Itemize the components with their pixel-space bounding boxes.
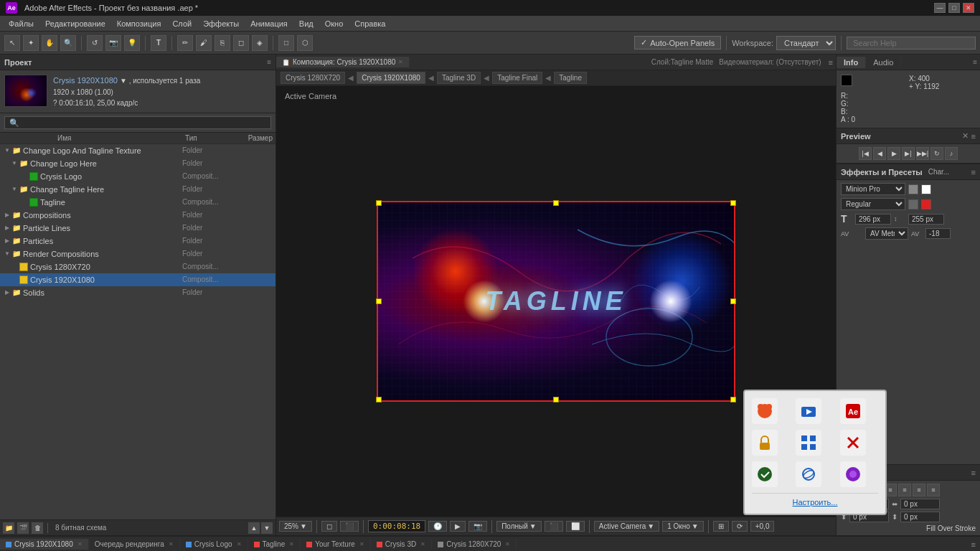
scroll-down[interactable]: ▼ <box>261 522 273 534</box>
snapshot-btn[interactable]: 📷 <box>468 521 487 532</box>
popup-icon-6[interactable] <box>840 430 866 456</box>
search-help-input[interactable] <box>847 37 976 50</box>
tab-close[interactable]: ✕ <box>77 541 83 547</box>
rbt-crysis-3d[interactable]: Crysis 3D ✕ <box>371 539 432 550</box>
render-panel-menu[interactable]: ≡ <box>967 540 980 549</box>
color-picker[interactable] <box>921 184 931 194</box>
rbt-crysis-1920[interactable]: Crysis 1920X1080 ✕ <box>0 539 89 550</box>
toolbar-puppet[interactable]: ⬡ <box>297 35 313 51</box>
popup-icon-1[interactable] <box>752 398 778 424</box>
minimize-button[interactable]: — <box>934 3 946 13</box>
preview-first[interactable]: |◀ <box>859 147 872 160</box>
zoom-select[interactable]: 25% ▼ <box>279 521 312 532</box>
toolbar-rotate[interactable]: ↺ <box>87 35 103 51</box>
menu-layer[interactable]: Слой <box>166 18 197 29</box>
kerning-input[interactable] <box>925 228 951 239</box>
rbt-render-queue[interactable]: Очередь рендеринга ✕ <box>89 539 180 550</box>
tree-item-change-tagline-here[interactable]: ▼ 📁 Change Tagline Here Folder <box>0 183 275 196</box>
stroke-color[interactable] <box>921 199 931 209</box>
bread-crysis-1280[interactable]: Crysis 1280X720 <box>281 72 345 84</box>
preview-last[interactable]: ▶▶| <box>916 147 929 160</box>
rbt-crysis-1280[interactable]: Crysis 1280X720 ✕ <box>432 539 517 550</box>
preview-close[interactable]: ✕ <box>962 131 969 141</box>
handle-tl[interactable] <box>376 200 382 206</box>
preview-audio[interactable]: ♪ <box>945 147 958 160</box>
tab-close[interactable]: ✕ <box>359 541 364 547</box>
rbt-crysis-logo[interactable]: Crysis Logo ✕ <box>180 539 248 550</box>
tree-item-render-compositions[interactable]: ▼ 📁 Render Compositions Folder <box>0 248 275 260</box>
popup-icon-8[interactable] <box>796 461 821 487</box>
rbt-your-texture[interactable]: Your Texture ✕ <box>301 539 371 550</box>
popup-icon-4[interactable] <box>752 430 778 456</box>
handle-bm[interactable] <box>553 397 559 402</box>
resolution-icon[interactable]: ⬛ <box>545 521 563 532</box>
audio-tab[interactable]: Audio <box>866 57 901 68</box>
font-select[interactable]: Minion Pro <box>841 183 905 195</box>
toolbar-clone[interactable]: ⎘ <box>215 35 230 51</box>
preview-menu[interactable]: ≡ <box>971 132 976 141</box>
tree-item-solids[interactable]: ▶ 📁 Solids Folder <box>0 286 275 299</box>
tree-item-compositions[interactable]: ▶ 📁 Compositions Folder <box>0 209 275 222</box>
toolbar-shape[interactable]: □ <box>278 35 294 51</box>
char-tab[interactable]: Char... <box>928 168 949 176</box>
preview-play[interactable]: ▶ <box>887 147 900 160</box>
toolbar-text[interactable]: T <box>151 35 166 51</box>
tree-item-particles[interactable]: ▶ 📁 Particles Folder <box>0 235 275 248</box>
customize-btn[interactable]: Настроить... <box>752 493 878 507</box>
transparency-icon[interactable]: ⬜ <box>566 521 585 532</box>
toolbar-light[interactable]: 💡 <box>124 35 140 51</box>
menu-effects[interactable]: Эффекты <box>197 18 245 29</box>
preview-next[interactable]: ▶| <box>902 147 915 160</box>
new-comp-btn[interactable]: 🎬 <box>17 522 29 534</box>
tab-close[interactable]: ✕ <box>505 541 510 547</box>
popup-icon-3[interactable]: Ae <box>840 398 866 424</box>
toolbar-select[interactable]: ↖ <box>4 35 20 51</box>
project-panel-menu[interactable]: ≡ <box>267 58 271 66</box>
popup-icon-9[interactable] <box>840 461 866 487</box>
preview-loop[interactable]: ↻ <box>930 147 943 160</box>
paragraph-menu[interactable]: ≡ <box>971 468 976 477</box>
popup-icon-5[interactable] <box>796 430 821 456</box>
layout-btn[interactable]: ⊞ <box>713 521 729 532</box>
view-select[interactable]: 1 Окно ▼ <box>662 521 703 532</box>
tab-close[interactable]: ✕ <box>289 541 294 547</box>
auto-open-panels-button[interactable]: ✓ Auto-Open Panels <box>634 36 721 50</box>
toolbar-pen2[interactable]: ✏ <box>177 35 193 51</box>
fit-btn[interactable]: ◻ <box>321 521 337 532</box>
toolbar-eraser[interactable]: ◻ <box>233 35 249 51</box>
toolbar-hand[interactable]: ✋ <box>42 35 57 51</box>
handle-bl[interactable] <box>376 397 382 402</box>
tree-item-change-logo-here[interactable]: ▼ 📁 Change Logo Here Folder <box>0 157 275 170</box>
tree-item-tagline[interactable]: Tagline Composit... <box>0 196 275 209</box>
tree-item-particle-lines[interactable]: ▶ 📁 Particle Lines Folder <box>0 222 275 235</box>
justify-right[interactable]: ≡ <box>913 484 925 496</box>
bread-tagline-3d[interactable]: Tagline 3D <box>437 72 481 84</box>
menu-view[interactable]: Вид <box>293 18 319 29</box>
tab-close[interactable]: ✕ <box>169 541 174 547</box>
delete-btn[interactable]: 🗑 <box>32 522 43 534</box>
handle-tm[interactable] <box>553 200 559 206</box>
comp-tab-main[interactable]: 📋 Композиция: Crysis 1920X1080 ✕ <box>276 57 410 67</box>
maximize-button[interactable]: □ <box>948 3 960 13</box>
bread-crysis-1920[interactable]: Crysis 1920X1080 <box>357 72 425 84</box>
handle-tr[interactable] <box>730 200 736 206</box>
indent-input2[interactable] <box>900 499 940 509</box>
bread-tagline[interactable]: Tagline <box>554 72 587 84</box>
tab-close[interactable]: ✕ <box>420 541 425 547</box>
menu-animation[interactable]: Анимация <box>245 18 293 29</box>
menu-files[interactable]: Файлы <box>3 18 39 29</box>
metrics-select[interactable]: AV Metrics <box>865 227 908 240</box>
menu-edit[interactable]: Редактирование <box>39 18 111 29</box>
handle-mr[interactable] <box>730 298 736 304</box>
handle-ml[interactable] <box>376 298 382 304</box>
ram-preview[interactable]: ▶ <box>450 521 466 532</box>
tree-item-crysis-1280[interactable]: Crysis 1280X720 Composit... <box>0 260 275 273</box>
toolbar-camera[interactable]: 📷 <box>105 35 121 51</box>
project-search-input[interactable] <box>4 116 271 129</box>
style-select[interactable]: Regular <box>841 198 905 210</box>
leading-input[interactable] <box>908 214 944 225</box>
scroll-up[interactable]: ▲ <box>248 522 260 534</box>
new-folder-btn[interactable]: 📁 <box>3 522 14 534</box>
toolbar-pen[interactable]: ✦ <box>23 35 39 51</box>
justify-all[interactable]: ≡ <box>927 484 940 496</box>
